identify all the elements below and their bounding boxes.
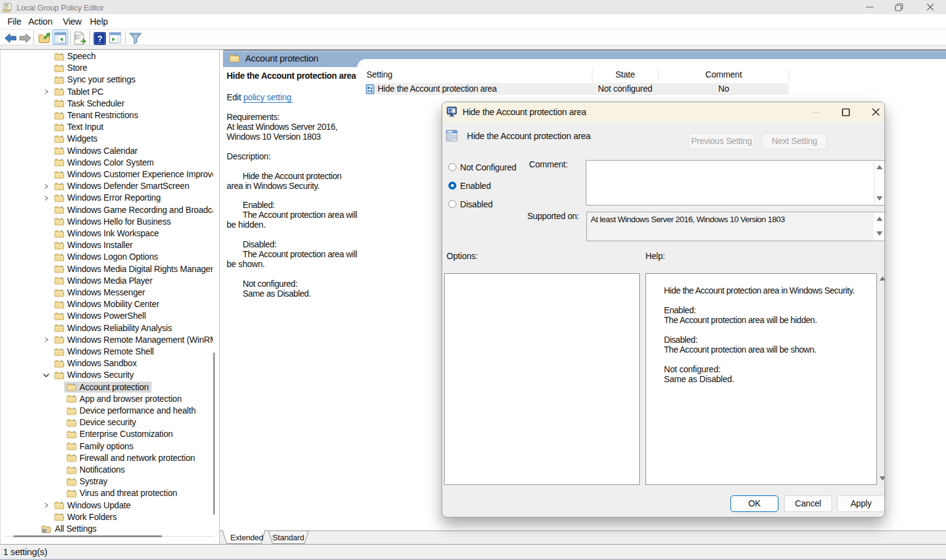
svg-text:?: ? bbox=[97, 34, 102, 44]
